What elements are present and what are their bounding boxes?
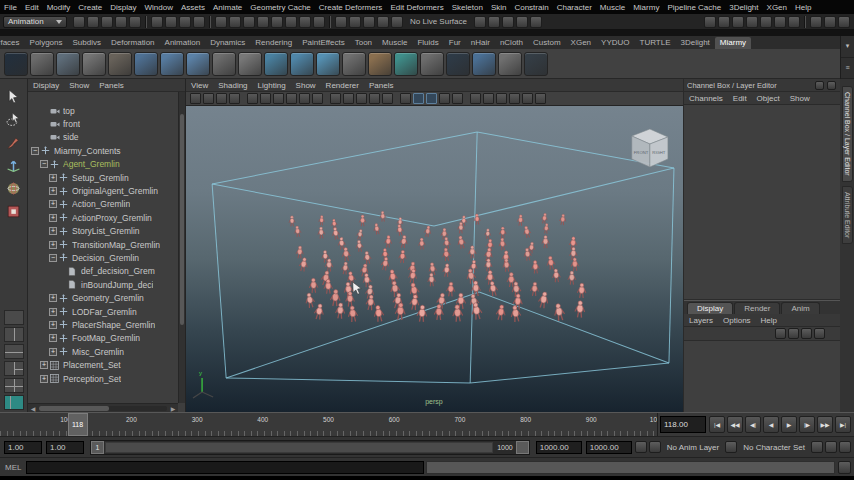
outliner-item-def_decision_grem[interactable]: def_decision_Grem xyxy=(28,265,185,278)
shelf-tab-custom[interactable]: Custom xyxy=(528,37,566,49)
shelf-tab-3delight[interactable]: 3Delight xyxy=(675,37,714,49)
select-tool-icon[interactable] xyxy=(3,85,25,107)
two-pane-side-layout-button[interactable] xyxy=(4,327,24,342)
shelf-icon[interactable] xyxy=(394,52,418,76)
menu-edit[interactable]: Edit xyxy=(21,3,43,12)
status-tool-icon[interactable] xyxy=(530,16,542,28)
outliner-item-side[interactable]: side xyxy=(28,131,185,144)
shelf-options-button[interactable]: ≡ xyxy=(841,58,854,80)
shelf-icon[interactable] xyxy=(290,52,314,76)
status-tool-icon[interactable] xyxy=(243,16,255,28)
shelf-tab-rendering[interactable]: Rendering xyxy=(250,37,297,49)
expand-icon[interactable]: + xyxy=(40,361,48,369)
viewport-toolbar-icon[interactable] xyxy=(382,93,393,104)
viewport-menu-lighting[interactable]: Lighting xyxy=(253,81,291,90)
shelf-tab-animation[interactable]: Animation xyxy=(160,37,206,49)
viewport-toolbar-icon[interactable] xyxy=(330,93,341,104)
status-tool-icon[interactable] xyxy=(335,16,347,28)
viewport-toolbar-icon[interactable] xyxy=(483,93,494,104)
go-to-end-button[interactable]: ▶| xyxy=(835,416,851,433)
viewport-toolbar-icon[interactable] xyxy=(229,93,240,104)
menu-set-dropdown[interactable]: Animation xyxy=(3,16,67,28)
viewport-toolbar-icon[interactable] xyxy=(247,93,258,104)
step-back-one-key-button[interactable]: ◀◀ xyxy=(727,416,743,433)
shelf-icon[interactable] xyxy=(134,52,158,76)
collapse-icon[interactable]: − xyxy=(40,160,48,168)
shelf-tab-nhair[interactable]: nHair xyxy=(466,37,495,49)
move-tool-icon[interactable] xyxy=(3,154,25,176)
side-tab-attribute-editor[interactable]: Attribute Editor xyxy=(842,186,853,244)
status-tool-icon[interactable] xyxy=(313,16,325,28)
shelf-tab-turtle[interactable]: TURTLE xyxy=(635,37,676,49)
status-tool-icon[interactable] xyxy=(732,16,744,28)
layer-tab-render[interactable]: Render xyxy=(734,302,780,314)
shelf-icon[interactable] xyxy=(30,52,54,76)
viewport-toolbar-icon[interactable] xyxy=(496,93,507,104)
shelf-icon[interactable] xyxy=(160,52,184,76)
status-tool-icon[interactable] xyxy=(193,16,205,28)
scale-tool-icon[interactable] xyxy=(3,200,25,222)
viewport-toolbar-icon[interactable] xyxy=(356,93,367,104)
shelf-icon[interactable] xyxy=(472,52,496,76)
single-pane-layout-button[interactable] xyxy=(4,310,24,325)
viewport-toolbar-icon[interactable] xyxy=(343,93,354,104)
range-bar-icon[interactable] xyxy=(825,441,837,453)
shelf-icon[interactable] xyxy=(238,52,262,76)
outliner-item-geometry_gremlin[interactable]: +Geometry_Gremlin xyxy=(28,291,185,304)
status-tool-icon[interactable] xyxy=(229,16,241,28)
shelf-tab-xgen[interactable]: XGen xyxy=(566,37,596,49)
play-forwards-button[interactable]: ▶ xyxy=(781,416,797,433)
pin-icon[interactable] xyxy=(815,81,824,90)
play-backwards-button[interactable]: ◀ xyxy=(763,416,779,433)
menu-display[interactable]: Display xyxy=(106,3,140,12)
collapse-icon[interactable]: − xyxy=(31,147,39,155)
channel-box-menu-channels[interactable]: Channels xyxy=(684,94,728,103)
outliner-item-decision_gremlin[interactable]: −Decision_Gremlin xyxy=(28,251,185,264)
status-tool-icon[interactable] xyxy=(101,16,113,28)
outliner-menu-panels[interactable]: Panels xyxy=(94,81,128,90)
outliner-item-miarmy_contents[interactable]: −Miarmy_Contents xyxy=(28,144,185,157)
outliner-horizontal-scrollbar[interactable]: ◀ ▶ xyxy=(28,403,178,412)
playback-start-field[interactable]: 1.00 xyxy=(46,441,84,454)
command-language-label[interactable]: MEL xyxy=(0,463,26,472)
viewport-toolbar-icon[interactable] xyxy=(426,93,437,104)
viewport-toolbar-icon[interactable] xyxy=(509,93,520,104)
status-tool-icon[interactable] xyxy=(115,16,127,28)
anim-layer-indicator[interactable]: No Anim Layer xyxy=(667,443,719,452)
menu-pipeline-cache[interactable]: Pipeline Cache xyxy=(663,3,725,12)
outliner-menu-display[interactable]: Display xyxy=(28,81,64,90)
expand-icon[interactable]: + xyxy=(49,308,57,316)
outliner-item-action_gremlin[interactable]: +Action_Gremlin xyxy=(28,198,185,211)
menu-3delight[interactable]: 3Delight xyxy=(725,3,762,12)
collapse-icon[interactable]: − xyxy=(49,254,57,262)
viewport-toolbar-icon[interactable] xyxy=(400,93,411,104)
shelf-tab-fur[interactable]: Fur xyxy=(444,37,466,49)
lasso-tool-icon[interactable] xyxy=(3,108,25,130)
three-pane-layout-button[interactable] xyxy=(4,361,24,376)
expand-icon[interactable]: + xyxy=(49,321,57,329)
viewport-menu-show[interactable]: Show xyxy=(291,81,321,90)
status-tool-icon[interactable] xyxy=(746,16,758,28)
shelf-tab-ncloth[interactable]: nCloth xyxy=(495,37,528,49)
expand-icon[interactable]: + xyxy=(49,200,57,208)
status-tool-icon[interactable] xyxy=(299,16,311,28)
rotate-tool-icon[interactable] xyxy=(3,177,25,199)
layer-editor-menu-help[interactable]: Help xyxy=(756,316,782,325)
status-tool-icon[interactable] xyxy=(215,16,227,28)
layer-tab-anim[interactable]: Anim xyxy=(781,302,819,314)
outliner-item-misc_gremlin[interactable]: +Misc_Gremlin xyxy=(28,345,185,358)
outliner-item-footmap_gremlin[interactable]: +FootMap_Gremlin xyxy=(28,332,185,345)
range-bar-icon[interactable] xyxy=(635,441,647,453)
status-tool-icon[interactable] xyxy=(271,16,283,28)
layer-editor-icon[interactable] xyxy=(801,328,812,339)
outliner-menu-show[interactable]: Show xyxy=(64,81,94,90)
command-input[interactable] xyxy=(26,461,424,474)
menu-constrain[interactable]: Constrain xyxy=(510,3,552,12)
menu-file[interactable]: File xyxy=(0,3,21,12)
viewport-toolbar-icon[interactable] xyxy=(190,93,201,104)
status-tool-icon[interactable] xyxy=(760,16,772,28)
layer-editor-icon[interactable] xyxy=(814,328,825,339)
status-tool-icon[interactable] xyxy=(363,16,375,28)
shelf-icon[interactable] xyxy=(82,52,106,76)
outliner-item-setup_gremlin[interactable]: +Setup_Gremlin xyxy=(28,171,185,184)
